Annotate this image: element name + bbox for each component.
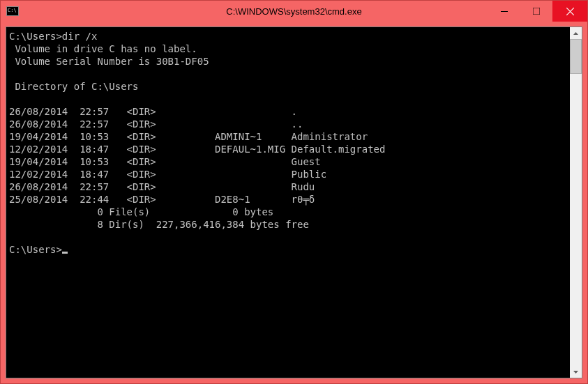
close-button[interactable] [552, 1, 587, 22]
maximize-button[interactable] [520, 1, 552, 22]
window-frame: C:\WINDOWS\system32\cmd.exe C:\Users>dir… [0, 0, 588, 384]
summary-files: 0 File(s) 0 bytes [9, 206, 568, 218]
scroll-track[interactable] [570, 39, 582, 366]
minimize-button[interactable] [488, 1, 520, 22]
prompt: C:\Users> [9, 244, 62, 255]
vertical-scrollbar[interactable] [570, 27, 582, 378]
svg-rect-1 [533, 8, 540, 15]
directory-entry: 12/02/2014 18:47 <DIR> Public [9, 168, 568, 181]
prompt: C:\Users> [9, 31, 62, 42]
directory-entry: 19/04/2014 10:53 <DIR> Guest [9, 155, 568, 168]
directory-entry: 25/08/2014 22:44 <DIR> D2E8~1 rθ╤δ [9, 193, 568, 206]
scroll-thumb[interactable] [570, 39, 582, 74]
cmd-icon [6, 6, 19, 16]
summary-dirs: 8 Dir(s) 227,366,416,384 bytes free [9, 218, 568, 231]
window-controls [488, 1, 587, 22]
command-text: dir /x [62, 31, 98, 42]
client-area: C:\Users>dir /x Volume in drive C has no… [1, 22, 587, 383]
directory-entry: 12/02/2014 18:47 <DIR> DEFAUL~1.MIG Defa… [9, 143, 568, 155]
console-output[interactable]: C:\Users>dir /x Volume in drive C has no… [6, 27, 570, 378]
scroll-up-arrow[interactable] [570, 27, 582, 39]
directory-entry: 19/04/2014 10:53 <DIR> ADMINI~1 Administ… [9, 130, 568, 143]
directory-entries: 26/08/2014 22:57 <DIR> .26/08/2014 22:57… [9, 105, 568, 206]
directory-entry: 26/08/2014 22:57 <DIR> . [9, 105, 568, 118]
volume-line: Volume in drive C has no label. [9, 43, 568, 55]
window-title: C:\WINDOWS\system32\cmd.exe [226, 6, 361, 17]
scroll-down-arrow[interactable] [570, 366, 582, 378]
directory-entry: 26/08/2014 22:57 <DIR> Rudu [9, 181, 568, 193]
cursor [62, 252, 68, 254]
title-bar[interactable]: C:\WINDOWS\system32\cmd.exe [1, 1, 587, 22]
svg-rect-0 [501, 11, 508, 12]
directory-line: Directory of C:\Users [9, 80, 568, 93]
directory-entry: 26/08/2014 22:57 <DIR> .. [9, 118, 568, 130]
serial-line: Volume Serial Number is 30B1-DF05 [9, 55, 568, 68]
console-container: C:\Users>dir /x Volume in drive C has no… [6, 26, 582, 378]
